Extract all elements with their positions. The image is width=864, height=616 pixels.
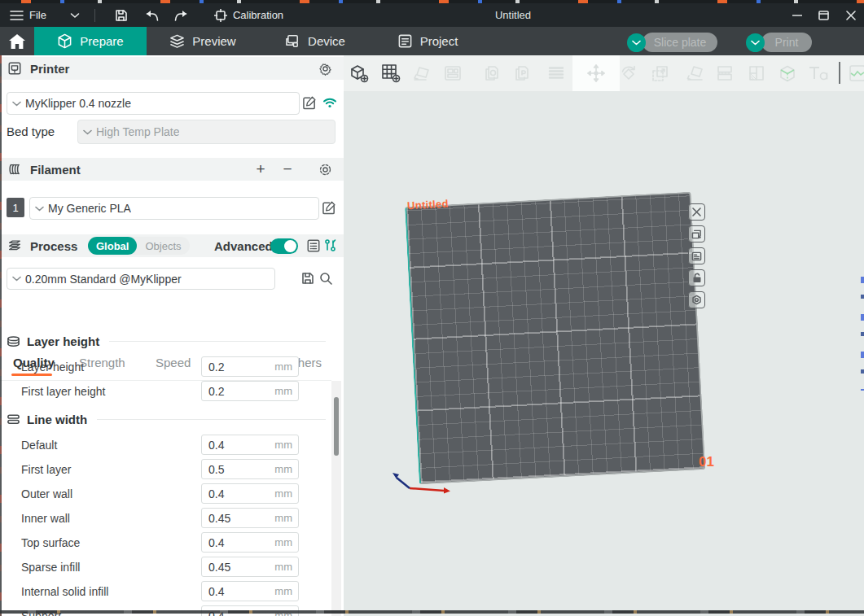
process-scope-toggle[interactable]: Global Objects xyxy=(88,237,190,255)
tab-prepare[interactable]: Prepare xyxy=(34,27,147,55)
screen-artifact-bottom xyxy=(0,610,864,614)
orient-plate-button[interactable] xyxy=(688,225,705,242)
viewport-3d[interactable]: Untitled 01 xyxy=(344,55,864,616)
category-rule xyxy=(97,419,326,420)
maximize-button[interactable] xyxy=(810,3,837,27)
print-button[interactable]: Print xyxy=(761,33,812,52)
tab-strength[interactable]: Strength xyxy=(79,356,125,369)
parameter-list-icon[interactable] xyxy=(306,238,321,253)
text-tool-icon xyxy=(808,63,829,84)
category-title: Layer height xyxy=(27,334,99,348)
tune-parameters-icon[interactable] xyxy=(324,238,337,253)
delete-plate-button[interactable] xyxy=(688,203,705,221)
titlebar: File Calibration Untitled xyxy=(0,3,864,27)
sidebar-scrollbar-thumb[interactable] xyxy=(334,397,339,456)
tab-project[interactable]: Project xyxy=(371,27,484,55)
top-surface-line-width-field: mm xyxy=(201,532,299,553)
paste-icon xyxy=(512,63,533,84)
home-button[interactable] xyxy=(0,27,34,55)
screen-artifact-left xyxy=(0,55,2,616)
unit-label: mm xyxy=(274,487,292,500)
filament-preset-select[interactable]: My Generic PLA xyxy=(29,197,319,220)
first-layer-height-input[interactable] xyxy=(202,385,265,398)
save-button[interactable] xyxy=(108,3,134,27)
tab-device[interactable]: Device xyxy=(259,27,371,55)
edit-filament-icon[interactable] xyxy=(322,201,336,215)
param-label: Internal solid infill xyxy=(21,585,108,598)
undo-button[interactable] xyxy=(139,3,165,27)
tab-speed[interactable]: Speed xyxy=(156,356,191,369)
redo-icon xyxy=(174,10,188,21)
process-preset-select[interactable]: 0.20mm Standard @MyKlipper xyxy=(7,268,275,290)
arrange-plate-button[interactable] xyxy=(688,247,705,264)
tab-preview[interactable]: Preview xyxy=(147,27,259,55)
calibration-label: Calibration xyxy=(233,9,283,21)
print-group: Print xyxy=(746,33,812,52)
close-button[interactable] xyxy=(837,3,864,27)
plate-settings-button[interactable] xyxy=(688,291,705,308)
add-filament-button[interactable]: + xyxy=(252,160,269,178)
outer-wall-line-width-input[interactable] xyxy=(202,487,265,500)
lock-plate-button[interactable] xyxy=(688,269,705,286)
param-label: First layer height xyxy=(21,385,105,398)
minimize-button[interactable] xyxy=(783,3,810,27)
layer-height-input[interactable] xyxy=(202,360,265,374)
unit-label: mm xyxy=(274,439,292,451)
device-icon xyxy=(285,33,300,49)
printer-section-title: Printer xyxy=(30,62,69,76)
sidebar-scrollbar-track[interactable] xyxy=(331,381,341,616)
edit-printer-icon[interactable] xyxy=(303,96,317,110)
file-menu-button[interactable]: File xyxy=(0,3,88,27)
plate-number-label: 01 xyxy=(699,454,714,470)
save-preset-icon[interactable] xyxy=(301,272,314,285)
close-icon xyxy=(846,11,856,20)
minimize-icon xyxy=(792,15,802,16)
printer-settings-gear-icon[interactable] xyxy=(318,62,332,76)
slice-options-dropdown[interactable] xyxy=(627,33,646,52)
param-label: Layer height xyxy=(21,360,84,374)
process-section-title: Process xyxy=(30,239,77,253)
search-icon[interactable] xyxy=(319,272,332,285)
default-line-width-input[interactable] xyxy=(202,439,265,452)
bed-type-label: Bed type xyxy=(7,125,55,138)
filament-settings-gear-icon[interactable] xyxy=(318,163,332,177)
param-label: Inner wall xyxy=(21,512,70,525)
preview-layers-icon xyxy=(169,33,185,49)
first-layer-line-width-input[interactable] xyxy=(202,463,265,476)
slice-plate-button[interactable]: Slice plate xyxy=(643,33,717,52)
layer-height-field: mm xyxy=(201,356,299,377)
print-options-dropdown[interactable] xyxy=(746,33,765,52)
top-surface-line-width-input[interactable] xyxy=(202,536,265,549)
bed-type-select[interactable]: High Temp Plate xyxy=(77,120,336,144)
process-layers-icon xyxy=(7,238,22,253)
mesh-repair-icon xyxy=(847,63,864,84)
scope-objects-option[interactable]: Objects xyxy=(137,237,189,255)
main-tabbar: Prepare Preview Device Project xyxy=(0,27,864,55)
move-icon xyxy=(586,63,607,84)
filament-slot-badge[interactable]: 1 xyxy=(7,198,24,217)
scale-icon xyxy=(650,63,671,84)
internal-solid-infill-line-width-input[interactable] xyxy=(202,585,265,598)
printer-preset-select[interactable]: MyKlipper 0.4 nozzle xyxy=(7,92,300,115)
calibration-icon xyxy=(214,9,227,22)
redo-button[interactable] xyxy=(169,3,195,27)
filament-preset-value: My Generic PLA xyxy=(48,202,131,215)
advanced-toggle[interactable] xyxy=(270,238,298,254)
internal-solid-infill-line-width-field: mm xyxy=(201,581,299,601)
calibration-button[interactable]: Calibration xyxy=(206,3,292,27)
printer-preset-value: MyKlipper 0.4 nozzle xyxy=(25,97,131,110)
build-plate[interactable] xyxy=(405,192,705,485)
outer-wall-line-width-field: mm xyxy=(201,483,299,504)
add-cube-icon[interactable] xyxy=(349,63,370,84)
sparse-infill-line-width-input[interactable] xyxy=(202,561,265,574)
auto-orient-icon xyxy=(412,63,433,84)
add-plate-icon[interactable] xyxy=(380,63,401,84)
scope-global-option[interactable]: Global xyxy=(88,237,137,255)
chevron-down-icon xyxy=(12,101,21,107)
inner-wall-line-width-input[interactable] xyxy=(202,512,265,525)
layer-height-icon xyxy=(7,335,20,347)
remove-filament-button[interactable]: − xyxy=(279,160,296,178)
toolbar-divider xyxy=(839,62,840,84)
wifi-connection-icon[interactable] xyxy=(322,97,337,108)
default-line-width-field: mm xyxy=(201,435,299,455)
